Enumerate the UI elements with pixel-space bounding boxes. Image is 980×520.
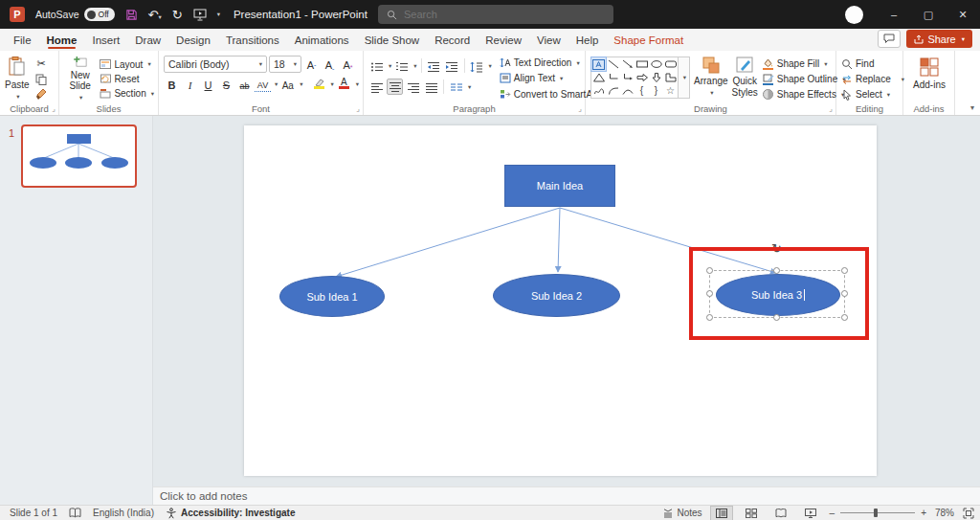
star-shape-icon[interactable]: ☆: [663, 84, 678, 98]
quick-access-overflow-icon[interactable]: ▾: [217, 11, 220, 18]
elbow-connector-icon[interactable]: [606, 71, 620, 84]
elbow-arrow-connector-icon[interactable]: [620, 71, 635, 84]
start-presentation-icon[interactable]: [193, 9, 207, 21]
rounded-rectangle-shape-icon[interactable]: [663, 57, 678, 71]
line-arrow-shape-icon[interactable]: [620, 57, 635, 71]
clear-formatting-icon[interactable]: A*: [340, 56, 356, 72]
align-right-icon[interactable]: [405, 79, 421, 95]
l-shape-icon[interactable]: [663, 71, 678, 84]
sub-idea-1-shape[interactable]: Sub Idea 1: [279, 276, 385, 317]
normal-view-icon[interactable]: [711, 507, 732, 520]
reset-button[interactable]: Reset: [100, 72, 154, 85]
tab-view[interactable]: View: [529, 31, 568, 49]
tab-record[interactable]: Record: [427, 31, 478, 49]
zoom-slider-thumb[interactable]: [874, 509, 878, 517]
chevron-down-icon[interactable]: ▾: [300, 80, 302, 88]
copy-icon[interactable]: [33, 72, 50, 85]
notes-placeholder[interactable]: Click to add notes: [153, 486, 980, 505]
tab-insert[interactable]: Insert: [84, 31, 127, 49]
font-size-combo[interactable]: 18▾: [269, 56, 301, 73]
sub-idea-2-shape[interactable]: Sub Idea 2: [493, 274, 620, 317]
oval-shape-icon[interactable]: [649, 57, 663, 71]
redo-button[interactable]: ↻: [172, 9, 183, 21]
autosave-toggle[interactable]: AutoSave Off: [35, 8, 115, 21]
notes-toggle-button[interactable]: Notes: [662, 508, 702, 518]
italic-button[interactable]: I: [182, 76, 198, 92]
freeform-scribble-icon[interactable]: [591, 84, 606, 98]
shape-fill-button[interactable]: Shape Fill▾: [762, 57, 846, 70]
connector-to-sub2[interactable]: [558, 208, 560, 272]
bold-button[interactable]: B: [164, 76, 180, 92]
quick-styles-button[interactable]: Quick Styles: [732, 55, 758, 101]
chevron-down-icon[interactable]: ▾: [158, 13, 161, 20]
line-shape-icon[interactable]: [606, 57, 620, 71]
grow-font-icon[interactable]: Aˆ: [303, 56, 320, 72]
tab-design[interactable]: Design: [168, 31, 218, 49]
character-spacing-icon[interactable]: AV: [255, 76, 271, 92]
rectangle-shape-icon[interactable]: [635, 57, 649, 71]
change-case-icon[interactable]: Aa: [279, 76, 296, 92]
underline-button[interactable]: U: [200, 76, 216, 92]
left-brace-shape-icon[interactable]: {: [635, 84, 649, 98]
down-arrow-shape-icon[interactable]: [649, 71, 663, 84]
powerpoint-icon[interactable]: P: [10, 7, 25, 22]
tab-transitions[interactable]: Transitions: [218, 31, 287, 49]
right-arrow-shape-icon[interactable]: [635, 71, 649, 84]
format-painter-icon[interactable]: [33, 87, 50, 101]
replace-button[interactable]: Replace▾: [841, 73, 904, 85]
share-button[interactable]: Share ▾: [906, 30, 972, 48]
accessibility-status[interactable]: Accessibility: Investigate: [166, 508, 296, 519]
drawing-dialog-launcher-icon[interactable]: ⌟: [829, 104, 833, 113]
spellcheck-icon[interactable]: [69, 508, 81, 518]
chevron-down-icon[interactable]: ▾: [389, 62, 391, 70]
save-icon[interactable]: [125, 9, 138, 21]
slide-thumbnail[interactable]: [21, 124, 137, 188]
right-brace-shape-icon[interactable]: }: [649, 84, 663, 98]
numbering-icon[interactable]: [393, 57, 410, 74]
font-color-icon[interactable]: A: [336, 76, 352, 92]
bullets-icon[interactable]: [368, 57, 385, 74]
increase-indent-icon[interactable]: [444, 57, 460, 74]
tab-draw[interactable]: Draw: [127, 31, 168, 49]
tab-file[interactable]: File: [6, 31, 39, 49]
tab-home[interactable]: Home: [39, 31, 85, 49]
clipboard-dialog-launcher-icon[interactable]: ⌟: [52, 104, 56, 113]
shape-outline-button[interactable]: Shape Outline▾: [762, 73, 846, 85]
paste-button[interactable]: Paste ▾: [5, 55, 30, 101]
slide-canvas[interactable]: Main Idea Sub Idea 1 Sub Idea 2 Sub Idea…: [244, 125, 877, 476]
zoom-level[interactable]: 78%: [935, 508, 954, 518]
undo-button[interactable]: ↶▾: [148, 9, 162, 21]
find-button[interactable]: Find: [841, 57, 904, 70]
text-box-icon[interactable]: [591, 57, 606, 71]
comments-icon[interactable]: [878, 30, 901, 48]
account-avatar[interactable]: [845, 6, 863, 24]
tab-help[interactable]: Help: [568, 31, 607, 49]
curve-shape-icon[interactable]: [620, 84, 635, 98]
search-bar[interactable]: [378, 5, 613, 24]
search-input[interactable]: [404, 9, 576, 20]
font-dialog-launcher-icon[interactable]: ⌟: [356, 104, 360, 113]
triangle-shape-icon[interactable]: [591, 71, 606, 84]
slide-sorter-icon[interactable]: [741, 507, 762, 520]
align-left-icon[interactable]: [368, 79, 385, 95]
reading-view-icon[interactable]: [770, 507, 791, 520]
shrink-font-icon[interactable]: Aˆ: [322, 56, 338, 72]
main-idea-shape[interactable]: Main Idea: [504, 165, 615, 207]
align-center-icon[interactable]: [387, 79, 403, 95]
addins-button[interactable]: Add-ins: [913, 55, 946, 101]
layout-button[interactable]: Layout▾: [100, 57, 154, 71]
justify-icon[interactable]: [423, 79, 439, 95]
section-button[interactable]: Section▾: [100, 87, 154, 101]
chevron-down-icon[interactable]: ▾: [468, 83, 471, 91]
line-spacing-icon[interactable]: [469, 57, 485, 74]
connector-to-sub1[interactable]: [336, 208, 560, 277]
select-button[interactable]: Select▾: [841, 88, 904, 101]
zoom-out-icon[interactable]: –: [830, 508, 835, 518]
tab-review[interactable]: Review: [478, 31, 529, 49]
fit-slide-icon[interactable]: [963, 508, 974, 519]
shape-gallery-more-icon[interactable]: ▾: [678, 57, 689, 98]
chevron-down-icon[interactable]: ▾: [489, 62, 492, 70]
chevron-down-icon[interactable]: ▾: [413, 62, 416, 70]
font-family-combo[interactable]: Calibri (Body)▾: [164, 56, 267, 73]
tab-slide-show[interactable]: Slide Show: [357, 31, 428, 49]
